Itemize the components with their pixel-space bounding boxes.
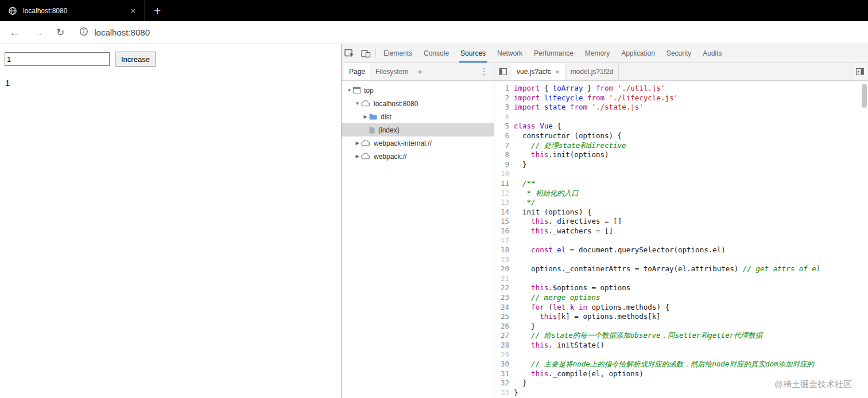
line-number[interactable]: 18: [494, 245, 509, 255]
line-number[interactable]: 6: [494, 131, 509, 141]
line-number[interactable]: 29: [494, 350, 509, 360]
line-number[interactable]: 11: [494, 179, 509, 189]
devtools-tab-console[interactable]: Console: [418, 44, 455, 63]
page-info-icon[interactable]: [79, 27, 88, 38]
code-line: /**: [514, 179, 868, 189]
new-tab-button[interactable]: +: [154, 5, 161, 17]
line-number[interactable]: 2: [494, 93, 509, 103]
code-line: [514, 236, 868, 246]
line-number[interactable]: 25: [494, 312, 509, 322]
line-number[interactable]: 30: [494, 360, 509, 369]
back-button-icon[interactable]: ←: [9, 27, 20, 38]
chevron-expanded-icon[interactable]: ▼: [354, 101, 361, 106]
inspect-element-icon[interactable]: [342, 46, 358, 61]
tree-item-label: dist: [381, 113, 392, 121]
browser-tab[interactable]: localhost:8080 ×: [0, 0, 145, 21]
editor-tab-model-js-1f2d[interactable]: model.js?1f2d: [565, 63, 619, 80]
forward-button-icon[interactable]: →: [33, 27, 44, 38]
code-line: }: [514, 322, 868, 331]
line-number[interactable]: 33: [494, 388, 509, 398]
tree-item-dist[interactable]: ▶dist: [342, 110, 494, 123]
editor-tab-vue-js-acfc[interactable]: vue.js?acfc×: [512, 63, 565, 80]
devtools-toolbar: ElementsConsoleSourcesNetworkPerformance…: [342, 44, 868, 63]
code-line: [514, 255, 868, 265]
devtools-tab-performance[interactable]: Performance: [528, 44, 579, 63]
editor-tab-bar-tabs: vue.js?acfc×model.js?1f2d: [512, 63, 619, 80]
line-number[interactable]: 17: [494, 236, 509, 246]
more-tabs-icon[interactable]: »: [413, 68, 427, 76]
reload-button-icon[interactable]: ↻: [56, 28, 64, 37]
line-number[interactable]: 31: [494, 369, 509, 379]
device-toolbar-icon[interactable]: [358, 46, 374, 61]
code-line: * 初始化的入口: [514, 189, 868, 198]
devtools-tab-audits[interactable]: Audits: [697, 44, 727, 63]
line-number[interactable]: 13: [494, 198, 509, 208]
devtools-tab-elements[interactable]: Elements: [378, 44, 418, 63]
line-number[interactable]: 14: [494, 208, 509, 217]
toggle-debugger-sidebar-icon[interactable]: [851, 63, 868, 80]
tab-close-icon[interactable]: ×: [128, 6, 138, 15]
tree-item-webpack[interactable]: ▶webpack://: [342, 150, 494, 163]
code-line: import state from './state.js': [514, 103, 868, 112]
counter-input[interactable]: [5, 52, 110, 66]
code-line: [514, 350, 868, 360]
code-line: */: [514, 198, 868, 208]
chevron-expanded-icon[interactable]: ▼: [346, 88, 353, 93]
devtools-tab-network[interactable]: Network: [491, 44, 528, 63]
line-number[interactable]: 1: [494, 84, 509, 93]
devtools-tab-bar: ElementsConsoleSourcesNetworkPerformance…: [378, 44, 728, 63]
chevron-collapsed-icon[interactable]: ▶: [354, 154, 361, 159]
line-number[interactable]: 16: [494, 227, 509, 236]
editor-tab-label: vue.js?acfc: [517, 68, 551, 76]
navigator-tab-page[interactable]: Page: [344, 63, 370, 80]
code-content: import { toArray } from './util.js'impor…: [514, 84, 868, 398]
line-number[interactable]: 9: [494, 160, 509, 170]
tree-item-label: top: [364, 87, 374, 95]
chevron-collapsed-icon[interactable]: ▶: [354, 141, 361, 146]
line-number[interactable]: 20: [494, 264, 509, 274]
code-line: this._initState(): [514, 341, 868, 350]
toolbar-separator: [375, 48, 376, 58]
line-number[interactable]: 15: [494, 217, 509, 227]
toggle-navigator-icon[interactable]: [494, 63, 512, 80]
line-number[interactable]: 26: [494, 322, 509, 331]
line-number[interactable]: 8: [494, 150, 509, 160]
line-number[interactable]: 28: [494, 341, 509, 350]
devtools-tab-sources[interactable]: Sources: [455, 44, 491, 63]
line-number[interactable]: 7: [494, 141, 509, 151]
line-number[interactable]: 3: [494, 103, 509, 112]
address-bar[interactable]: localhost:8080: [79, 27, 150, 38]
devtools-tab-application[interactable]: Application: [615, 44, 661, 63]
line-number[interactable]: 22: [494, 283, 509, 293]
file-icon: [369, 127, 375, 134]
source-editor: vue.js?acfc×model.js?1f2d 12345678910111…: [494, 63, 868, 398]
devtools-tab-memory[interactable]: Memory: [579, 44, 615, 63]
increase-button[interactable]: Increase: [115, 52, 156, 67]
line-number[interactable]: 10: [494, 169, 509, 179]
line-number[interactable]: 27: [494, 331, 509, 341]
devtools-tab-security[interactable]: Security: [661, 44, 697, 63]
tree-item-top[interactable]: ▼top: [342, 84, 494, 97]
cloud-icon: [361, 140, 370, 146]
line-number[interactable]: 12: [494, 189, 509, 198]
line-number[interactable]: 4: [494, 112, 509, 122]
editor-scrollbar[interactable]: [862, 84, 867, 108]
navigator-menu-icon[interactable]: ⋮: [480, 67, 489, 77]
code-editor[interactable]: 1234567891011121314151617181920212223242…: [494, 81, 868, 398]
line-number[interactable]: 21: [494, 274, 509, 284]
code-line: }: [514, 160, 868, 170]
tree-item-localhost-8080[interactable]: ▼localhost:8080: [342, 97, 494, 110]
address-text[interactable]: localhost:8080: [94, 28, 150, 37]
tree-item-label: webpack-internal://: [374, 139, 432, 147]
navigator-tab-filesystem[interactable]: Filesystem: [370, 63, 413, 80]
editor-tab-close-icon[interactable]: ×: [555, 68, 560, 76]
tree-item-index[interactable]: (index): [342, 123, 494, 136]
line-number[interactable]: 19: [494, 255, 509, 265]
line-number[interactable]: 24: [494, 303, 509, 313]
line-number[interactable]: 32: [494, 379, 509, 388]
line-number[interactable]: 23: [494, 293, 509, 303]
tree-item-webpack-internal[interactable]: ▶webpack-internal://: [342, 136, 494, 150]
chevron-collapsed-icon[interactable]: ▶: [362, 114, 369, 119]
navigator-header: PageFilesystem » ⋮: [342, 63, 494, 81]
line-number[interactable]: 5: [494, 122, 509, 131]
